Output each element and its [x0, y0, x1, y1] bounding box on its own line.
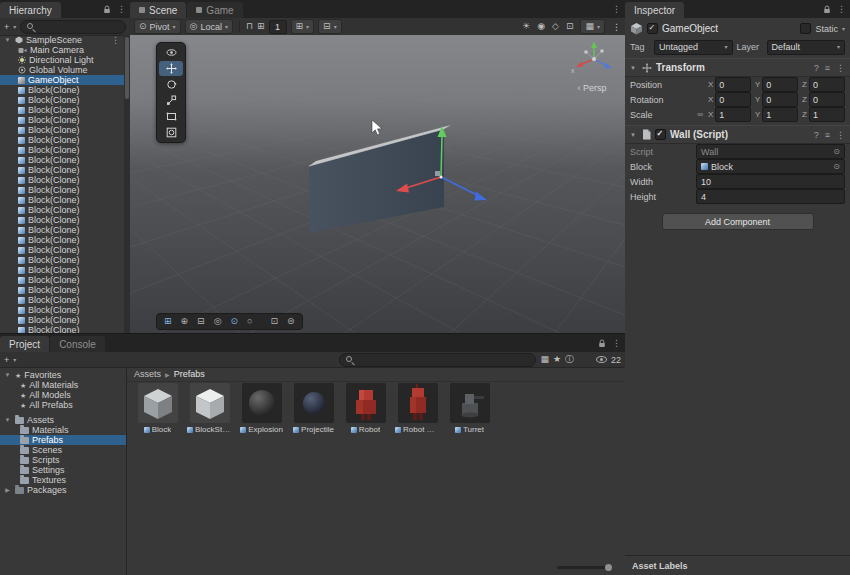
folder-materials[interactable]: Materials [0, 425, 126, 435]
favorites-all-prefabs[interactable]: ★ All Prefabs [0, 400, 126, 410]
asset-item-robot[interactable]: Robot [343, 383, 388, 434]
pivot-overlay-icon[interactable]: ⊙ [231, 317, 239, 326]
thumbnail-size-slider[interactable] [557, 566, 611, 569]
favorite-search-icon[interactable]: ★ [553, 355, 561, 364]
favorites-root[interactable]: ▼ ★ Favorites [0, 370, 126, 380]
hierarchy-item-block-clone[interactable]: Block(Clone) [0, 235, 124, 245]
grid-toggle-icon[interactable]: ⊞ [164, 317, 172, 326]
zoom-overlay-icon[interactable]: ○ [247, 317, 252, 326]
asset-labels-bar[interactable]: Asset Labels [625, 555, 850, 575]
script-enabled-checkbox[interactable] [655, 129, 666, 140]
hierarchy-item-block-clone[interactable]: Block(Clone) [0, 285, 124, 295]
position-z-field[interactable]: 0 [809, 77, 845, 92]
static-checkbox[interactable] [800, 23, 811, 34]
hierarchy-item-global-volume[interactable]: Global Volume [0, 65, 124, 75]
scene-visibility-toggle-icon[interactable]: ⊡ [566, 22, 574, 31]
overlay-settings-icon[interactable]: ⊜ [287, 317, 295, 326]
tab-hierarchy[interactable]: Hierarchy [0, 2, 61, 18]
block-object-field[interactable]: Block ⊙ [696, 159, 845, 174]
hierarchy-item-block-clone[interactable]: Block(Clone) [0, 195, 124, 205]
help-icon[interactable]: ? [814, 130, 819, 140]
camera-overlay-icon[interactable]: ⊡ [270, 317, 278, 326]
hierarchy-item-block-clone[interactable]: Block(Clone) [0, 105, 124, 115]
foldout-icon[interactable]: ▼ [3, 372, 12, 378]
scale-tool-button[interactable] [159, 93, 183, 108]
asset-item-blockstyle[interactable]: BlockStyle [187, 383, 232, 434]
layer-dropdown[interactable]: Default ▾ [767, 40, 846, 55]
grid-snapping-icon[interactable]: ⊞ [257, 22, 265, 31]
panel-menu-icon[interactable]: ⋮ [612, 338, 621, 348]
search-by-type-icon[interactable]: ▦ [540, 355, 549, 364]
scene-lighting-toggle-icon[interactable]: ☀ [522, 22, 530, 31]
hierarchy-item-block-clone[interactable]: Block(Clone) [0, 115, 124, 125]
hierarchy-item-block-clone[interactable]: Block(Clone) [0, 95, 124, 105]
lock-icon[interactable] [598, 339, 606, 348]
height-field[interactable]: 4 [696, 189, 845, 204]
scene-effects-toggle-icon[interactable]: ◇ [552, 22, 559, 31]
foldout-icon[interactable]: ▼ [630, 65, 638, 71]
object-picker-icon[interactable]: ⊙ [833, 162, 840, 171]
create-menu-caret-icon[interactable]: ▾ [13, 24, 16, 30]
scene-viewport[interactable]: ⊞ ⊕ ⊟ ◎ ⊙ ○ ⊡ ⊜ x [130, 35, 625, 333]
scene-menu-icon[interactable]: ⋮ [612, 22, 621, 32]
object-picker-icon[interactable]: ⊙ [833, 147, 840, 156]
hierarchy-item-gameobject-selected[interactable]: GameObject [0, 75, 124, 85]
grid-size-field[interactable]: 1 [269, 20, 287, 34]
panel-menu-icon[interactable]: ⋮ [612, 4, 621, 14]
tab-scene[interactable]: Scene [130, 2, 186, 18]
hierarchy-item-block-clone[interactable]: Block(Clone) [0, 205, 124, 215]
hierarchy-item-block-clone[interactable]: Block(Clone) [0, 315, 124, 325]
hierarchy-item-block-clone[interactable]: Block(Clone) [0, 305, 124, 315]
create-asset-button[interactable]: + [4, 355, 9, 365]
scale-x-field[interactable]: 1 [715, 107, 751, 122]
hierarchy-item-block-clone[interactable]: Block(Clone) [0, 275, 124, 285]
asset-item-block[interactable]: Block [135, 383, 180, 434]
move-tool-button[interactable] [159, 61, 183, 76]
component-menu-icon[interactable]: ⋮ [836, 63, 845, 73]
asset-item-explosion[interactable]: Explosion [239, 383, 284, 434]
hierarchy-item-block-clone[interactable]: Block(Clone) [0, 215, 124, 225]
tab-console[interactable]: Console [50, 336, 105, 352]
favorites-all-materials[interactable]: ★ All Materials [0, 380, 126, 390]
asset-item-turret[interactable]: Turret [447, 383, 492, 434]
asset-item-robot-w[interactable]: Robot W... [395, 383, 440, 434]
perspective-toggle[interactable]: ‹ Persp [563, 83, 621, 93]
scene-audio-toggle-icon[interactable]: ◉ [537, 22, 545, 31]
hierarchy-item-block-clone[interactable]: Block(Clone) [0, 245, 124, 255]
hierarchy-item-block-clone[interactable]: Block(Clone) [0, 295, 124, 305]
create-menu-button[interactable]: + [4, 22, 9, 32]
orientation-gizmo[interactable]: x [567, 39, 619, 83]
panel-menu-icon[interactable]: ⋮ [837, 4, 846, 14]
help-icon[interactable]: ? [814, 63, 819, 73]
hierarchy-item-block-clone[interactable]: Block(Clone) [0, 145, 124, 155]
view-tool-button[interactable] [159, 45, 183, 60]
script-object-field[interactable]: Wall ⊙ [696, 144, 845, 159]
transform-tool-button[interactable] [159, 125, 183, 140]
info-icon[interactable]: ⓘ [565, 355, 574, 364]
rotation-x-field[interactable]: 0 [715, 92, 751, 107]
snap-magnet-icon[interactable]: ⊓ [246, 22, 253, 31]
assets-root[interactable]: ▼ Assets [0, 415, 126, 425]
hierarchy-item-block-clone[interactable]: Block(Clone) [0, 125, 124, 135]
scale-y-field[interactable]: 1 [762, 107, 798, 122]
panel-menu-icon[interactable]: ⋮ [117, 4, 126, 14]
scale-z-field[interactable]: 1 [809, 107, 845, 122]
add-component-button[interactable]: Add Component [662, 213, 814, 230]
scene-viewport-canvas[interactable] [130, 35, 625, 333]
hierarchy-item-directional-light[interactable]: Directional Light [0, 55, 124, 65]
tool-handle-position-dropdown[interactable]: ⊙ Pivot ▾ [134, 19, 181, 34]
breadcrumb-root[interactable]: Assets [134, 369, 161, 379]
favorites-all-models[interactable]: ★ All Models [0, 390, 126, 400]
folder-scripts[interactable]: Scripts [0, 455, 126, 465]
folder-scenes[interactable]: Scenes [0, 445, 126, 455]
tag-dropdown[interactable]: Untagged ▾ [654, 40, 733, 55]
folder-textures[interactable]: Textures [0, 475, 126, 485]
component-menu-icon[interactable]: ⋮ [836, 130, 845, 140]
hierarchy-item-block-clone[interactable]: Block(Clone) [0, 255, 124, 265]
tab-inspector[interactable]: Inspector [625, 2, 684, 18]
packages-root[interactable]: ▶ Packages [0, 485, 126, 495]
transform-component-header[interactable]: ▼ Transform ? ≡ ⋮ [625, 58, 850, 77]
hierarchy-item-block-clone[interactable]: Block(Clone) [0, 325, 124, 333]
slider-thumb[interactable] [605, 564, 612, 571]
hierarchy-item-block-clone[interactable]: Block(Clone) [0, 85, 124, 95]
